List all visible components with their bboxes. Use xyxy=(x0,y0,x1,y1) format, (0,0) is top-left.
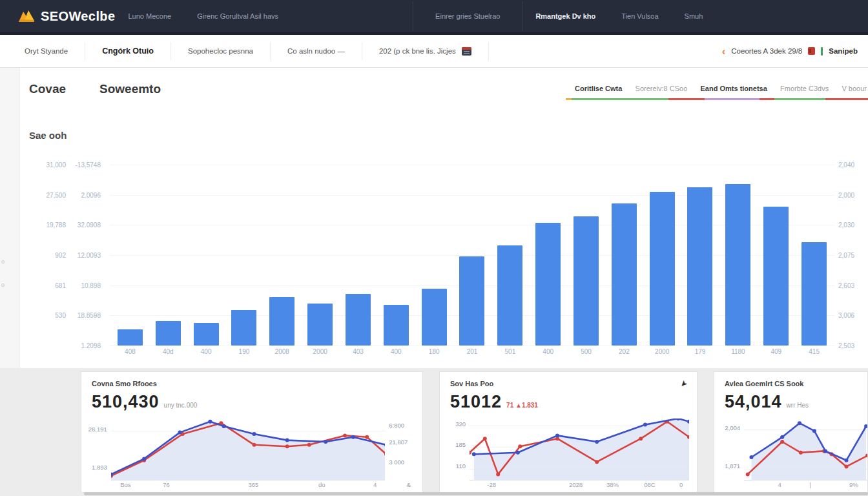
bar[interactable] xyxy=(725,184,750,346)
logo-icon xyxy=(18,9,35,23)
legend-tab[interactable]: Coritlise Cwta xyxy=(575,85,622,92)
x-axis-label: 0 xyxy=(679,481,683,488)
bar[interactable] xyxy=(346,294,371,346)
axis-label: 18.8598 xyxy=(78,312,101,319)
axis-label: 21,807 xyxy=(389,439,408,446)
stat-card: Sov Has Poo➤5101271 ▲1.831320185110-2820… xyxy=(439,371,698,493)
topnav-item[interactable]: Luno Mecone xyxy=(116,1,185,31)
x-axis-label: 202 xyxy=(605,348,643,355)
y-axis-right: 2,0402,0002,0302,0752,6033,0062,503 xyxy=(838,165,868,346)
legend-underline-segment xyxy=(566,98,572,100)
page-tab[interactable]: Covae xyxy=(29,82,66,96)
axis-label: 3 000 xyxy=(389,459,404,466)
topnav-item[interactable]: Girenc Gorultval Asil havs xyxy=(184,1,291,31)
x-axis-label: 38% xyxy=(606,481,619,488)
axis-label: 2,040 xyxy=(838,161,854,169)
axis-label: 2,000 xyxy=(838,192,854,199)
x-axis-label: & xyxy=(407,481,411,488)
bar[interactable] xyxy=(687,187,712,346)
subnav-items: Oryt StyandeCngórk OtuioSopohecloc pesnn… xyxy=(0,35,489,67)
bar[interactable] xyxy=(269,297,294,346)
x-axis-label: 403 xyxy=(339,348,377,355)
card-y-axis-left: 28,1911,893 xyxy=(81,418,111,478)
legend-tab[interactable]: V boour xyxy=(842,85,867,92)
card-title: Covna Smo Rfooes xyxy=(92,380,157,388)
axis-label: 19,788 xyxy=(46,222,66,229)
bar[interactable] xyxy=(650,192,675,346)
axis-label: 1,871 xyxy=(725,462,740,470)
axis-label: 902 xyxy=(55,252,66,259)
subnav-item[interactable]: Cngórk Otuio xyxy=(85,42,171,60)
axis-label: 27,500 xyxy=(46,192,66,199)
legend-tab[interactable]: Sorereiv:8 CSoo xyxy=(636,85,688,92)
card-line-chart: 2,0041,871 xyxy=(714,418,867,478)
x-axis-label: 4 xyxy=(373,481,377,488)
subnav-item[interactable]: Sopohecloc pesnna xyxy=(171,42,271,60)
legend-underline xyxy=(566,98,868,100)
axis-label: 12.0093 xyxy=(78,252,101,259)
bar[interactable] xyxy=(307,304,333,346)
x-axis-label: 4 xyxy=(778,481,781,488)
bar[interactable] xyxy=(497,245,522,346)
bar[interactable] xyxy=(384,305,409,346)
x-axis-label: 9% xyxy=(849,481,858,488)
bar[interactable] xyxy=(118,329,143,346)
card-header: Avlea Goemlrt CS Sook xyxy=(725,380,857,388)
card-y-axis-left: 2,0041,871 xyxy=(714,418,744,478)
topnav-item[interactable]: Einrer gries Stuelrao xyxy=(413,1,522,31)
x-axis-label: 180 xyxy=(415,348,453,355)
bar[interactable] xyxy=(574,216,599,346)
bar[interactable] xyxy=(231,310,256,346)
x-axis-label: 501 xyxy=(491,348,529,355)
axis-label: 185 xyxy=(455,441,466,448)
subnav-item[interactable]: Oryt Styande xyxy=(8,42,85,60)
stats-icon[interactable] xyxy=(808,47,815,55)
card-x-axis: 4|9% xyxy=(744,481,861,490)
subnav-item[interactable]: Co asln nudoo — xyxy=(271,42,362,60)
card-title: Sov Has Poo xyxy=(450,380,493,388)
bar[interactable] xyxy=(194,323,219,346)
x-axis-labels: 40840d4001902008200040340018020150140050… xyxy=(111,348,833,355)
green-indicator-icon xyxy=(821,47,823,56)
card-value-number: 51012 xyxy=(450,392,502,412)
x-axis-label: 76 xyxy=(163,481,170,488)
axis-label: 28,191 xyxy=(88,426,107,433)
chevron-left-icon[interactable]: ‹ xyxy=(722,46,726,57)
card-header: Sov Has Poo➤ xyxy=(450,380,687,388)
grid-line xyxy=(110,346,834,346)
card-value: 510,430uny tnc.000 xyxy=(92,392,412,412)
legend-underline-segment xyxy=(705,98,759,100)
logo[interactable]: SEOWeclbe xyxy=(18,9,116,24)
legend-tab[interactable]: Eand Omts tionetsa xyxy=(701,85,767,92)
legend-underline-segment xyxy=(825,98,868,100)
bar[interactable] xyxy=(535,223,561,346)
subnav-item-label: Oryt Styande xyxy=(25,47,68,55)
page-tab[interactable]: Soweemto xyxy=(99,82,161,96)
cursor-icon[interactable]: ➤ xyxy=(679,379,688,388)
stat-card: Covna Smo Rfooes510,430uny tnc.00028,191… xyxy=(81,371,423,493)
bar[interactable] xyxy=(459,256,484,346)
horizontal-scrollbar[interactable] xyxy=(84,492,868,495)
subnav-item[interactable]: 202 (p ck bne lis. Jicjes xyxy=(362,42,489,60)
bar[interactable] xyxy=(763,207,789,346)
topnav-item[interactable]: Rmantgek Dv kho xyxy=(522,1,608,31)
card-value: 54,014wrr Hes xyxy=(725,392,857,412)
axis-label: -13,5748 xyxy=(76,161,101,169)
calendar-icon[interactable] xyxy=(462,47,471,56)
bar[interactable] xyxy=(612,203,637,346)
legend-underline-segment xyxy=(760,98,774,100)
topnav-item[interactable]: Tien Vulsoa xyxy=(608,1,671,31)
compare-button[interactable]: Sanipeb xyxy=(829,47,858,55)
axis-label: 110 xyxy=(456,462,466,470)
bar[interactable] xyxy=(422,289,447,346)
bar[interactable] xyxy=(801,242,827,346)
subnav-item-label: Co asln nudoo — xyxy=(287,47,345,55)
topnav-item[interactable]: Smuh xyxy=(672,1,716,31)
screen: SEOWeclbe Luno MeconeGirenc Gorultval As… xyxy=(0,0,868,496)
axis-label: 2,603 xyxy=(838,282,854,289)
legend-tab[interactable]: Fmorbte C3dvs xyxy=(780,85,829,92)
topnav-items: Luno MeconeGirenc Gorultval Asil havsEin… xyxy=(116,0,716,32)
logo-text: SEOWeclbe xyxy=(41,9,116,24)
bar[interactable] xyxy=(156,321,181,346)
date-range-label: Coeortes A 3dek 29/8 xyxy=(731,47,802,55)
